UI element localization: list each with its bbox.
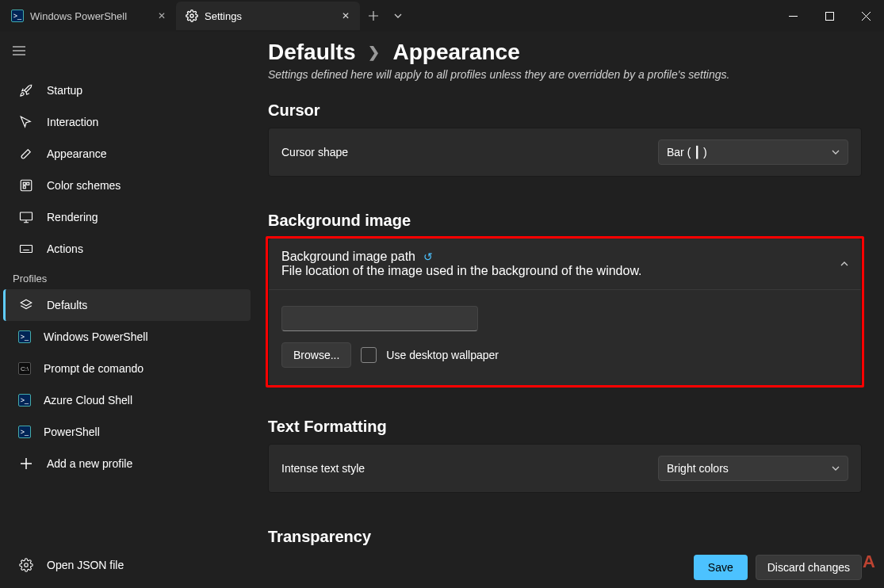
reset-icon[interactable]: ↺ xyxy=(423,250,433,263)
section-header-background: Background image xyxy=(268,212,862,230)
layers-icon xyxy=(18,297,34,313)
chevron-down-icon xyxy=(832,150,840,155)
sidebar-item-add-profile[interactable]: Add a new profile xyxy=(3,448,251,479)
sidebar-item-label: PowerShell xyxy=(44,426,100,438)
bg-path-label: Background image path xyxy=(281,250,415,264)
close-icon[interactable]: ✕ xyxy=(339,10,352,22)
sidebar-item-label: Appearance xyxy=(47,147,107,160)
chevron-right-icon: ❯ xyxy=(368,44,380,61)
hamburger-button[interactable] xyxy=(3,36,35,65)
sidebar-item-label: Interaction xyxy=(47,116,98,128)
sidebar-item-windows-powershell[interactable]: >_ Windows PowerShell xyxy=(3,321,251,353)
svg-rect-6 xyxy=(23,186,25,189)
palette-icon xyxy=(18,178,34,193)
svg-rect-2 xyxy=(825,12,833,20)
svg-point-0 xyxy=(190,14,193,17)
sidebar-item-rendering[interactable]: Rendering xyxy=(3,201,251,233)
breadcrumb: Defaults ❯ Appearance xyxy=(268,40,862,65)
gear-icon xyxy=(18,557,34,573)
discard-button[interactable]: Discard changes xyxy=(756,555,862,580)
intense-text-dropdown[interactable]: Bright colors xyxy=(658,456,848,481)
sidebar-item-open-json[interactable]: Open JSON file xyxy=(3,545,251,585)
footer-buttons: Save Discard changes xyxy=(694,555,862,580)
svg-rect-1 xyxy=(789,16,798,17)
powershell-icon: >_ xyxy=(18,330,31,343)
svg-rect-3 xyxy=(21,180,32,191)
close-icon[interactable]: ✕ xyxy=(155,10,168,22)
sidebar-item-label: Rendering xyxy=(47,211,98,223)
chevron-down-icon xyxy=(832,466,840,471)
gear-icon xyxy=(186,10,198,22)
sidebar-item-label: Add a new profile xyxy=(47,457,132,470)
page-subtitle: Settings defined here will apply to all … xyxy=(268,68,862,81)
svg-rect-7 xyxy=(21,212,33,220)
chevron-up-icon xyxy=(840,262,848,266)
command-prompt-icon: C:\ xyxy=(18,362,31,375)
sidebar-item-defaults[interactable]: Defaults xyxy=(3,289,251,321)
rocket-icon xyxy=(18,82,34,98)
monitor-icon xyxy=(18,209,34,225)
use-desktop-wallpaper-checkbox[interactable] xyxy=(361,347,377,363)
sidebar-item-label: Defaults xyxy=(47,299,87,311)
tab-dropdown-button[interactable] xyxy=(387,2,409,29)
browse-button[interactable]: Browse... xyxy=(281,342,351,368)
azure-icon: >_ xyxy=(18,394,31,407)
sidebar-item-appearance[interactable]: Appearance xyxy=(3,138,251,170)
sidebar-item-interaction[interactable]: Interaction xyxy=(3,106,251,138)
maximize-button[interactable] xyxy=(811,0,848,32)
bg-path-input[interactable] xyxy=(281,306,478,331)
cursor-shape-label: Cursor shape xyxy=(281,146,348,158)
sidebar: Startup Interaction Appearance Color sch… xyxy=(0,32,254,588)
tab-powershell[interactable]: >_ Windows PowerShell ✕ xyxy=(2,2,176,30)
tab-settings[interactable]: Settings ✕ xyxy=(176,2,360,30)
svg-point-9 xyxy=(25,563,29,567)
plus-icon xyxy=(18,456,34,472)
close-window-button[interactable] xyxy=(848,0,884,32)
use-desktop-wallpaper-label: Use desktop wallpaper xyxy=(386,349,499,361)
card-cursor-shape: Cursor shape Bar ( ┃ ) xyxy=(268,128,862,177)
sidebar-item-actions[interactable]: Actions xyxy=(3,233,251,265)
svg-rect-4 xyxy=(23,182,25,185)
sidebar-item-label: Startup xyxy=(47,84,82,97)
sidebar-item-color-schemes[interactable]: Color schemes xyxy=(3,170,251,201)
breadcrumb-leaf: Appearance xyxy=(392,40,519,65)
sidebar-item-command-prompt[interactable]: C:\ Prompt de comando xyxy=(3,353,251,384)
bg-path-desc: File location of the image used in the b… xyxy=(281,264,642,278)
svg-rect-8 xyxy=(21,246,33,253)
profiles-header: Profiles xyxy=(0,265,254,289)
section-header-cursor: Cursor xyxy=(268,101,862,120)
sidebar-item-label: Color schemes xyxy=(47,179,121,192)
content: Defaults ❯ Appearance Settings defined h… xyxy=(254,32,884,588)
breadcrumb-root[interactable]: Defaults xyxy=(268,40,355,65)
card-intense-text-style: Intense text style Bright colors xyxy=(268,444,862,493)
tab-label: Windows PowerShell xyxy=(30,10,149,22)
powershell-icon: >_ xyxy=(18,426,31,438)
sidebar-item-label: Prompt de comando xyxy=(44,362,144,375)
cursor-shape-dropdown[interactable]: Bar ( ┃ ) xyxy=(658,139,848,165)
card-background-image-path: Background image path ↺ File location of… xyxy=(268,238,862,386)
titlebar: >_ Windows PowerShell ✕ Settings ✕ xyxy=(0,0,884,32)
dropdown-value: Bar ( ┃ ) xyxy=(667,146,707,158)
sidebar-item-startup[interactable]: Startup xyxy=(3,74,251,106)
sidebar-item-azure-cloud-shell[interactable]: >_ Azure Cloud Shell xyxy=(3,384,251,416)
powershell-icon: >_ xyxy=(11,10,24,22)
sidebar-item-label: Azure Cloud Shell xyxy=(44,394,132,407)
sidebar-item-powershell[interactable]: >_ PowerShell xyxy=(3,416,251,448)
sidebar-item-label: Actions xyxy=(47,242,83,255)
minimize-button[interactable] xyxy=(775,0,811,32)
save-button[interactable]: Save xyxy=(694,555,748,580)
expander-header[interactable]: Background image path ↺ File location of… xyxy=(269,239,861,289)
cursor-icon xyxy=(18,114,34,130)
section-header-transparency: Transparency xyxy=(268,528,862,546)
svg-rect-5 xyxy=(27,182,29,185)
sidebar-item-label: Windows PowerShell xyxy=(44,330,148,343)
intense-text-label: Intense text style xyxy=(281,462,365,475)
section-header-text-formatting: Text Formatting xyxy=(268,418,862,436)
keyboard-icon xyxy=(18,241,34,257)
brush-icon xyxy=(18,146,34,162)
sidebar-item-label: Open JSON file xyxy=(47,559,124,571)
tab-label: Settings xyxy=(205,10,333,22)
dropdown-value: Bright colors xyxy=(667,462,729,475)
new-tab-button[interactable] xyxy=(360,2,387,29)
